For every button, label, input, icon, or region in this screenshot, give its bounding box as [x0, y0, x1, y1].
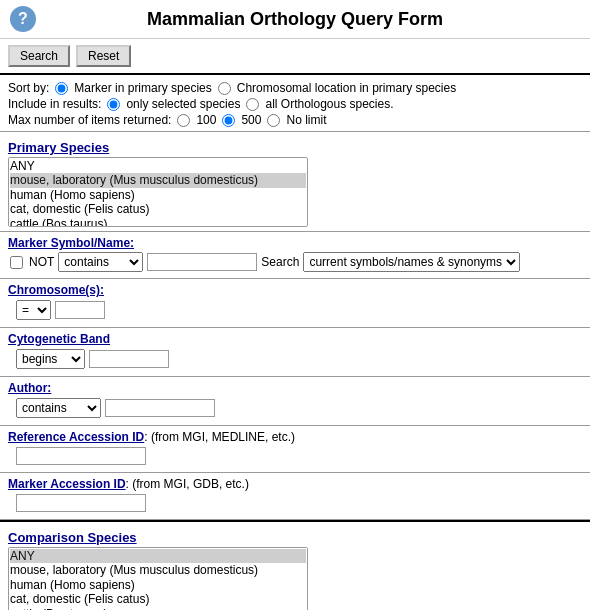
not-label: NOT	[29, 255, 54, 269]
max-100-radio[interactable]	[177, 114, 190, 127]
sort-row: Sort by: Marker in primary species Chrom…	[8, 81, 582, 95]
marker-symbol-title[interactable]: Marker Symbol/Name:	[8, 236, 134, 250]
cs-any-option[interactable]: ANY	[10, 549, 306, 563]
comparison-species-section: Comparison Species ANY mouse, laboratory…	[0, 520, 590, 610]
author-section: Author: contains begins with ends with e…	[0, 377, 590, 426]
chromosome-row: = !=	[8, 300, 582, 320]
primary-species-listbox[interactable]: ANY mouse, laboratory (Mus musculus dome…	[8, 157, 308, 227]
max-nolimit-label: No limit	[286, 113, 326, 127]
marker-not-checkbox[interactable]	[10, 256, 23, 269]
marker-symbol-input[interactable]	[147, 253, 257, 271]
page-title: Mammalian Orthology Query Form	[46, 9, 544, 30]
marker-symbol-label-row: Marker Symbol/Name:	[8, 236, 582, 250]
max-nolimit-radio[interactable]	[267, 114, 280, 127]
author-label-row: Author:	[8, 381, 582, 395]
reference-accession-input[interactable]	[16, 447, 146, 465]
primary-species-title[interactable]: Primary Species	[8, 140, 582, 155]
ps-human-option[interactable]: human (Homo sapiens)	[10, 188, 306, 202]
chromosome-title[interactable]: Chromosome(s):	[8, 283, 104, 297]
cytogenetic-band-section: Cytogenetic Band begins contains ends =	[0, 328, 590, 377]
include-selected-radio[interactable]	[107, 98, 120, 111]
marker-symbol-section: Marker Symbol/Name: NOT contains begins …	[0, 232, 590, 279]
reset-button[interactable]: Reset	[76, 45, 131, 67]
cytogenetic-label-row: Cytogenetic Band	[8, 332, 582, 346]
sort-label: Sort by:	[8, 81, 49, 95]
sort-option1-label: Marker in primary species	[74, 81, 211, 95]
page-header: ? Mammalian Orthology Query Form	[0, 0, 590, 39]
chromosome-input[interactable]	[55, 301, 105, 319]
ps-mouse-option[interactable]: mouse, laboratory (Mus musculus domestic…	[10, 173, 306, 187]
author-row: contains begins with ends with equals	[8, 398, 582, 418]
primary-species-listbox-container: ANY mouse, laboratory (Mus musculus dome…	[8, 157, 582, 227]
cs-human-option[interactable]: human (Homo sapiens)	[10, 578, 306, 592]
cytogenetic-row: begins contains ends =	[8, 349, 582, 369]
max-row: Max number of items returned: 100 500 No…	[8, 113, 582, 127]
marker-accession-suffix: : (from MGI, GDB, etc.)	[126, 477, 249, 491]
ps-cat-option[interactable]: cat, domestic (Felis catus)	[10, 202, 306, 216]
comparison-species-listbox[interactable]: ANY mouse, laboratory (Mus musculus dome…	[8, 547, 308, 610]
cytogenetic-operator-select[interactable]: begins contains ends =	[16, 349, 85, 369]
chromosome-label-row: Chromosome(s):	[8, 283, 582, 297]
marker-accession-label-row: Marker Accession ID: (from MGI, GDB, etc…	[8, 477, 582, 491]
include-option1-label: only selected species	[126, 97, 240, 111]
reference-accession-section: Reference Accession ID: (from MGI, MEDLI…	[0, 426, 590, 473]
reference-accession-suffix: : (from MGI, MEDLINE, etc.)	[144, 430, 295, 444]
primary-species-section: Primary Species ANY mouse, laboratory (M…	[0, 132, 590, 232]
cs-cattle-option[interactable]: cattle (Bos taurus)	[10, 607, 306, 610]
help-icon[interactable]: ?	[10, 6, 36, 32]
chromosome-operator-select[interactable]: = !=	[16, 300, 51, 320]
marker-contains-select[interactable]: contains begins with ends with equals	[58, 252, 143, 272]
search-label: Search	[261, 255, 299, 269]
reference-accession-row	[8, 447, 582, 465]
reference-accession-label-row: Reference Accession ID: (from MGI, MEDLI…	[8, 430, 582, 444]
comparison-species-listbox-container: ANY mouse, laboratory (Mus musculus dome…	[8, 547, 582, 610]
author-contains-select[interactable]: contains begins with ends with equals	[16, 398, 101, 418]
cs-cat-option[interactable]: cat, domestic (Felis catus)	[10, 592, 306, 606]
cytogenetic-title[interactable]: Cytogenetic Band	[8, 332, 110, 346]
toolbar: Search Reset	[0, 39, 590, 75]
cytogenetic-input[interactable]	[89, 350, 169, 368]
marker-accession-section: Marker Accession ID: (from MGI, GDB, etc…	[0, 473, 590, 520]
include-all-radio[interactable]	[246, 98, 259, 111]
search-button[interactable]: Search	[8, 45, 70, 67]
sort-section: Sort by: Marker in primary species Chrom…	[0, 75, 590, 132]
ps-cattle-option[interactable]: cattle (Bos taurus)	[10, 217, 306, 227]
max-100-label: 100	[196, 113, 216, 127]
author-title[interactable]: Author:	[8, 381, 51, 395]
reference-accession-title[interactable]: Reference Accession ID	[8, 430, 144, 444]
sort-option2-label: Chromosomal location in primary species	[237, 81, 456, 95]
sort-marker-radio[interactable]	[55, 82, 68, 95]
include-label: Include in results:	[8, 97, 101, 111]
marker-accession-row	[8, 494, 582, 512]
comparison-species-title[interactable]: Comparison Species	[8, 530, 582, 545]
author-input[interactable]	[105, 399, 215, 417]
marker-accession-input[interactable]	[16, 494, 146, 512]
include-option2-label: all Orthologous species.	[265, 97, 393, 111]
cs-mouse-option[interactable]: mouse, laboratory (Mus musculus domestic…	[10, 563, 306, 577]
max-label: Max number of items returned:	[8, 113, 171, 127]
ps-any-option[interactable]: ANY	[10, 159, 306, 173]
marker-search-type-select[interactable]: current symbols/names & synonyms current…	[303, 252, 520, 272]
marker-symbol-row: NOT contains begins with ends with equal…	[8, 252, 582, 272]
max-500-radio[interactable]	[222, 114, 235, 127]
include-row: Include in results: only selected specie…	[8, 97, 582, 111]
sort-chromosomal-radio[interactable]	[218, 82, 231, 95]
chromosome-section: Chromosome(s): = !=	[0, 279, 590, 328]
marker-accession-title[interactable]: Marker Accession ID	[8, 477, 126, 491]
max-500-label: 500	[241, 113, 261, 127]
